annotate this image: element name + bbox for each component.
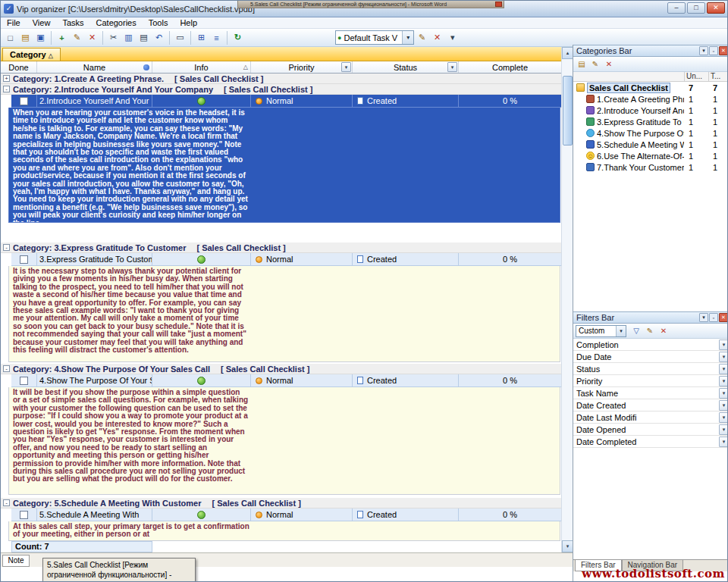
- done-checkbox[interactable]: [20, 511, 28, 519]
- column-undone[interactable]: Un...: [684, 72, 708, 81]
- panel-menu-icon[interactable]: ▾: [699, 46, 708, 55]
- panel-float-icon[interactable]: ▫: [709, 46, 718, 55]
- edit-category-icon[interactable]: ✎: [589, 58, 601, 70]
- done-checkbox[interactable]: [20, 97, 28, 105]
- collapse-icon[interactable]: -: [3, 244, 10, 251]
- filter-row[interactable]: Task Name ▾: [573, 387, 728, 399]
- tab-note[interactable]: Note: [2, 555, 30, 567]
- open-folder-icon[interactable]: ▤: [18, 30, 33, 45]
- vertical-scrollbar[interactable]: ▴ ▾: [561, 47, 573, 552]
- view-list-icon[interactable]: ≡: [209, 30, 224, 45]
- dropdown-arrow-icon[interactable]: ▾: [719, 388, 728, 399]
- clear-filter-icon[interactable]: ✕: [657, 325, 670, 337]
- paste-icon[interactable]: ▤: [136, 30, 151, 45]
- background-close-icon[interactable]: [495, 2, 502, 7]
- group-by-category-tab[interactable]: Category△: [2, 48, 61, 61]
- new-document-icon[interactable]: □: [3, 30, 17, 45]
- task-row[interactable]: 4.Show The Purpose Of Your Sales Normal …: [1, 374, 561, 387]
- menu-categories[interactable]: Categories: [90, 17, 143, 29]
- edit-filter-icon[interactable]: ✎: [644, 325, 656, 337]
- sync-icon[interactable]: ↻: [231, 30, 245, 45]
- status-cell[interactable]: Created: [353, 508, 459, 521]
- view-menu-icon[interactable]: ▾: [445, 30, 460, 45]
- collapse-icon[interactable]: -: [3, 499, 10, 506]
- edit-task-icon[interactable]: ✎: [70, 30, 84, 45]
- task-name-cell[interactable]: 5.Schedule A Meeting With: [37, 508, 152, 521]
- cut-icon[interactable]: ✂: [106, 30, 121, 45]
- status-cell[interactable]: Created: [353, 374, 459, 387]
- view-grid-icon[interactable]: ⊞: [194, 30, 209, 45]
- edit-view-icon[interactable]: ✎: [415, 30, 429, 45]
- minimize-button[interactable]: –: [667, 2, 686, 14]
- task-name-cell[interactable]: 4.Show The Purpose Of Your Sales: [37, 374, 152, 387]
- add-task-icon[interactable]: +: [55, 30, 69, 45]
- expand-icon[interactable]: +: [3, 75, 10, 82]
- category-group-header[interactable]: - Category: 3.Express Gratitude To Custo…: [1, 242, 561, 253]
- dropdown-arrow-icon[interactable]: ▾: [719, 400, 728, 411]
- category-tree-item[interactable]: 5.Schedule A Meeting Wit 1 1: [573, 139, 728, 150]
- dropdown-arrow-icon[interactable]: ▾: [719, 412, 728, 423]
- category-group-header[interactable]: - Category: 5.Schedule A Meeting With Cu…: [1, 498, 561, 508]
- category-group-header[interactable]: - Category: 2.Introduce Yourself And You…: [1, 84, 561, 95]
- dropdown-arrow-icon[interactable]: ▾: [719, 340, 728, 350]
- menu-file[interactable]: File: [1, 17, 27, 29]
- category-tree-item[interactable]: ☺ 6.Use The Alternate-Of-Ch 1 1: [573, 150, 728, 161]
- task-row[interactable]: 5.Schedule A Meeting With Normal Created…: [1, 508, 561, 521]
- task-row[interactable]: 2.Introduce Yourself And Your Normal Cre…: [1, 95, 561, 108]
- maximize-button[interactable]: □: [687, 2, 705, 14]
- scroll-down-icon[interactable]: ▾: [562, 540, 573, 552]
- save-icon[interactable]: ▣: [33, 30, 48, 45]
- priority-cell[interactable]: Normal: [251, 253, 353, 266]
- column-header-complete[interactable]: Complete: [459, 61, 561, 73]
- column-header-priority[interactable]: Priority▾: [251, 61, 353, 73]
- task-row[interactable]: 3.Express Gratitude To Customer Normal C…: [1, 253, 561, 266]
- filter-row[interactable]: Date Completed ▾: [573, 436, 728, 448]
- task-view-combobox[interactable]: ● Default Task V ▾: [335, 30, 414, 45]
- priority-cell[interactable]: Normal: [251, 95, 353, 108]
- combo-dropdown-icon[interactable]: ▾: [616, 326, 626, 336]
- filter-dropdown-icon[interactable]: ▾: [447, 62, 457, 72]
- collapse-icon[interactable]: -: [3, 86, 10, 92]
- filter-row[interactable]: Date Created ▾: [573, 399, 728, 411]
- complete-cell[interactable]: 0 %: [459, 374, 561, 387]
- done-checkbox[interactable]: [20, 377, 28, 385]
- category-tree-root[interactable]: Sales Call Checklist 7 7: [573, 82, 728, 93]
- complete-cell[interactable]: 0 %: [459, 253, 561, 266]
- filter-row[interactable]: Priority ▾: [573, 375, 728, 387]
- menu-view[interactable]: View: [27, 17, 57, 29]
- status-cell[interactable]: Created: [353, 253, 459, 266]
- status-cell[interactable]: Created: [353, 95, 459, 108]
- category-tree-item[interactable]: 7.Thank Your Customer. 1 1: [573, 161, 728, 173]
- scroll-up-icon[interactable]: ▴: [562, 47, 573, 59]
- print-icon[interactable]: ▭: [173, 30, 187, 45]
- menu-tools[interactable]: Tools: [143, 17, 174, 29]
- menu-tasks[interactable]: Tasks: [56, 17, 89, 29]
- category-group-header[interactable]: + Category: 1.Create A Greeting Phrase. …: [1, 74, 561, 84]
- category-tree-item[interactable]: 1.Create A Greeting Phras 1 1: [573, 93, 728, 105]
- combo-dropdown-icon[interactable]: ▾: [402, 31, 413, 44]
- filter-row[interactable]: Date Last Modifi ▾: [573, 411, 728, 424]
- filter-row[interactable]: Due Date ▾: [573, 351, 728, 363]
- menu-help[interactable]: Help: [174, 17, 203, 29]
- background-window-titlebar[interactable]: 5.Sales Call Checklist [Режим ограниченн…: [237, 1, 504, 8]
- delete-view-icon[interactable]: ✕: [430, 30, 444, 45]
- new-category-icon[interactable]: ▤: [576, 58, 588, 70]
- delete-task-icon[interactable]: ✕: [85, 30, 99, 45]
- panel-float-icon[interactable]: ▫: [709, 313, 718, 322]
- scrollbar-thumb[interactable]: [563, 76, 573, 146]
- column-header-info[interactable]: Info△: [152, 61, 251, 73]
- dropdown-arrow-icon[interactable]: ▾: [719, 376, 728, 386]
- task-name-cell[interactable]: 3.Express Gratitude To Customer: [37, 253, 152, 266]
- panel-menu-icon[interactable]: ▾: [699, 313, 708, 322]
- delete-category-icon[interactable]: ✕: [603, 58, 615, 70]
- filter-dropdown-icon[interactable]: ▾: [341, 62, 351, 72]
- column-header-name[interactable]: Name: [37, 61, 152, 73]
- column-total[interactable]: T...: [708, 72, 728, 81]
- panel-close-icon[interactable]: ✕: [719, 313, 728, 322]
- complete-cell[interactable]: 0 %: [459, 508, 561, 521]
- dropdown-arrow-icon[interactable]: ▾: [719, 424, 728, 435]
- copy-icon[interactable]: ▥: [121, 30, 136, 45]
- complete-cell[interactable]: 0 %: [459, 95, 561, 108]
- dropdown-arrow-icon[interactable]: ▾: [719, 364, 728, 374]
- undo-icon[interactable]: ↶: [152, 30, 166, 45]
